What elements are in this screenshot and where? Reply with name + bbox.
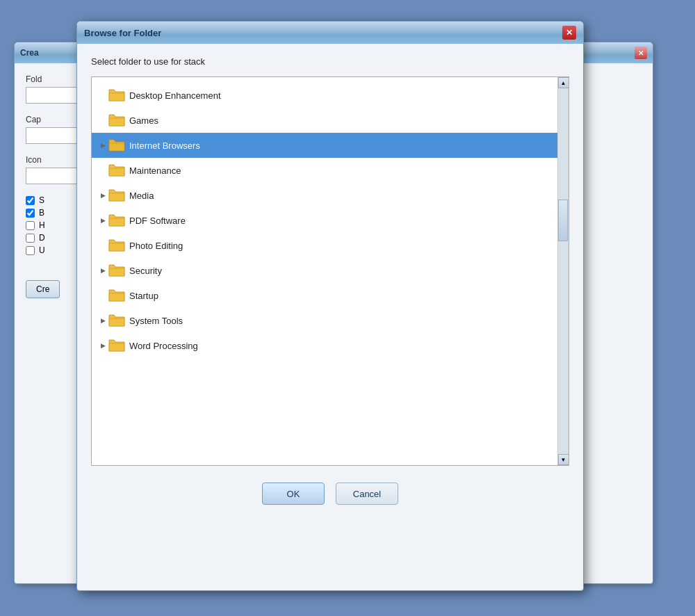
item-label-maintenance: Maintenance: [129, 165, 181, 176]
folder-icon-internet-browsers: [108, 138, 125, 152]
folder-icon-security: [108, 264, 125, 277]
tree-item-security[interactable]: ▶ Security: [92, 258, 557, 283]
tree-item-media[interactable]: ▶ Media: [92, 183, 557, 208]
cancel-button[interactable]: Cancel: [336, 483, 398, 505]
scroll-thumb[interactable]: [558, 200, 568, 241]
item-label-media: Media: [129, 191, 154, 201]
folder-icon-pdf-software: [108, 213, 125, 227]
tree-item-desktop-enhancement[interactable]: Desktop Enhancement: [92, 83, 557, 108]
folder-icon-media: [108, 188, 125, 202]
expand-arrow-media[interactable]: ▶: [97, 190, 108, 201]
dialog-body: Select folder to use for stack Desktop E…: [77, 44, 583, 517]
tree-item-pdf-software[interactable]: ▶ PDF Software: [92, 208, 557, 233]
expand-arrow-pdf-software[interactable]: ▶: [97, 215, 108, 226]
item-label-internet-browsers: Internet Browsers: [129, 140, 200, 151]
dialog-title: Browse for Folder: [84, 28, 161, 38]
tree-item-system-tools[interactable]: ▶ System Tools: [92, 308, 557, 333]
folder-icon-system-tools: [108, 314, 125, 327]
bg-window-close-button[interactable]: ✕: [635, 47, 647, 59]
dialog-instruction: Select folder to use for stack: [91, 56, 569, 67]
scroll-down-button[interactable]: ▼: [558, 454, 569, 465]
item-label-startup: Startup: [129, 291, 158, 301]
folder-icon-word-processing: [108, 339, 125, 352]
folder-icon-maintenance: [108, 163, 125, 177]
folder-tree[interactable]: Desktop Enhancement Games▶ Internet Brow…: [92, 77, 557, 465]
folder-icon-photo-editing: [108, 238, 125, 252]
tree-item-games[interactable]: Games: [92, 108, 557, 133]
folder-icon-desktop-enhancement: [108, 88, 125, 102]
tree-item-photo-editing[interactable]: Photo Editing: [92, 233, 557, 258]
item-label-word-processing: Word Processing: [129, 341, 198, 351]
expand-arrow-system-tools[interactable]: ▶: [97, 315, 108, 326]
folder-icon-games: [108, 113, 125, 127]
expand-arrow-security[interactable]: ▶: [97, 265, 108, 276]
item-label-security: Security: [129, 266, 162, 276]
scrollbar[interactable]: ▲ ▼: [557, 77, 569, 465]
dialog-titlebar: Browse for Folder ✕: [77, 22, 583, 44]
expand-arrow-word-processing[interactable]: ▶: [97, 340, 108, 351]
dialog-buttons: OK Cancel: [91, 483, 569, 505]
tree-item-startup[interactable]: Startup: [92, 283, 557, 308]
item-label-photo-editing: Photo Editing: [129, 241, 183, 251]
tree-item-maintenance[interactable]: Maintenance: [92, 158, 557, 183]
tree-item-word-processing[interactable]: ▶ Word Processing: [92, 333, 557, 358]
scroll-track: [558, 88, 569, 454]
item-label-desktop-enhancement: Desktop Enhancement: [129, 90, 221, 101]
ok-button[interactable]: OK: [262, 483, 325, 505]
item-label-system-tools: System Tools: [129, 316, 183, 326]
folder-tree-container: Desktop Enhancement Games▶ Internet Brow…: [91, 76, 569, 466]
create-button[interactable]: Cre: [26, 280, 60, 298]
item-label-pdf-software: PDF Software: [129, 216, 186, 226]
bg-window-title: Crea: [20, 48, 39, 58]
folder-icon-startup: [108, 289, 125, 302]
item-label-games: Games: [129, 115, 158, 126]
tree-item-internet-browsers[interactable]: ▶ Internet Browsers: [92, 133, 557, 158]
dialog-close-button[interactable]: ✕: [562, 26, 576, 40]
expand-arrow-internet-browsers[interactable]: ▶: [97, 140, 108, 151]
scroll-up-button[interactable]: ▲: [558, 77, 569, 88]
browse-folder-dialog: Browse for Folder ✕ Select folder to use…: [76, 21, 584, 591]
